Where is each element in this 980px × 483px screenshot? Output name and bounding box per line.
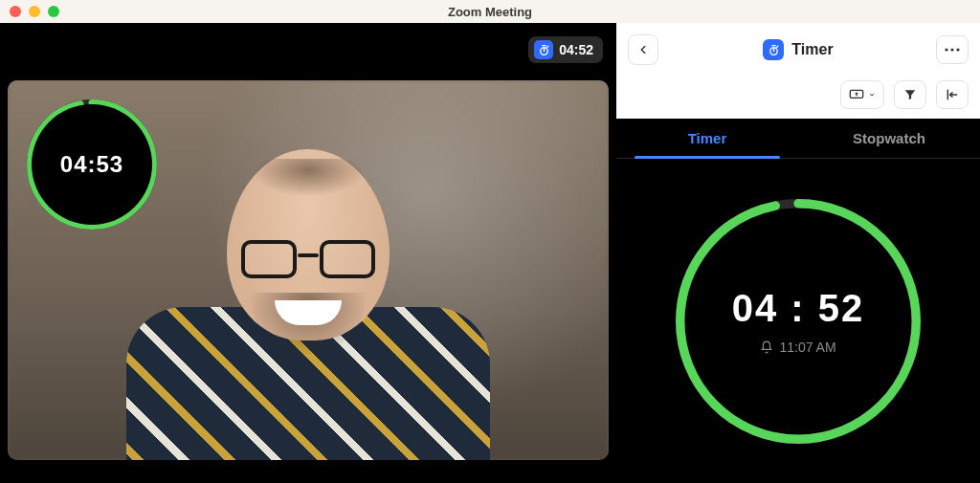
back-button[interactable] (628, 34, 658, 65)
big-timer-area: 04 : 52 11:07 AM (616, 159, 980, 483)
main-split: 04:52 (0, 23, 980, 483)
ellipsis-icon (945, 48, 960, 52)
end-time-value: 11:07 AM (779, 340, 835, 355)
chevron-down-icon (868, 91, 876, 99)
svg-point-5 (950, 48, 953, 51)
end-time-row: 11:07 AM (760, 340, 835, 355)
collapse-icon (946, 88, 959, 101)
more-button[interactable] (936, 35, 969, 64)
big-timer[interactable]: 04 : 52 11:07 AM (670, 193, 926, 450)
filter-icon (903, 88, 917, 101)
window-controls (10, 6, 59, 17)
titlebar: Zoom Meeting (0, 0, 980, 23)
mini-timer-value: 04:52 (559, 42, 593, 57)
timer-tabs: Timer Stopwatch (616, 119, 980, 159)
mini-timer-badge[interactable]: 04:52 (528, 36, 603, 63)
bell-icon (760, 340, 773, 354)
fullscreen-window-button[interactable] (48, 6, 59, 17)
close-window-button[interactable] (10, 6, 21, 17)
side-header: Timer (616, 23, 980, 77)
overlay-timer: 04:53 (25, 98, 159, 231)
big-timer-value: 04 : 52 (732, 287, 865, 330)
stopwatch-icon (763, 39, 784, 60)
side-toolbar (616, 77, 980, 119)
stopwatch-icon (534, 40, 553, 59)
big-timer-face: 04 : 52 11:07 AM (681, 205, 915, 438)
minimize-window-button[interactable] (29, 6, 40, 17)
svg-point-3 (770, 47, 778, 55)
overlay-timer-value: 04:53 (32, 104, 152, 225)
timer-panel: Timer Stopwatch 04 : 52 (616, 119, 980, 483)
filter-button[interactable] (894, 80, 926, 109)
side-panel: Timer (616, 23, 980, 483)
chevron-left-icon (636, 43, 650, 56)
tab-stopwatch[interactable]: Stopwatch (798, 119, 980, 158)
video-top-bar: 04:52 (0, 23, 616, 80)
participant-video (107, 135, 509, 460)
app-window: Zoom Meeting 04:52 (0, 0, 980, 483)
collapse-button[interactable] (936, 80, 969, 109)
video-pane: 04:52 (0, 23, 616, 483)
share-screen-button[interactable] (840, 80, 884, 109)
screen-share-icon (849, 89, 864, 100)
side-panel-title: Timer (791, 41, 833, 58)
svg-point-6 (956, 48, 959, 51)
svg-point-4 (945, 48, 947, 51)
video-frame[interactable]: 04:53 (8, 80, 609, 460)
tab-timer[interactable]: Timer (616, 119, 798, 158)
window-title: Zoom Meeting (0, 5, 980, 19)
